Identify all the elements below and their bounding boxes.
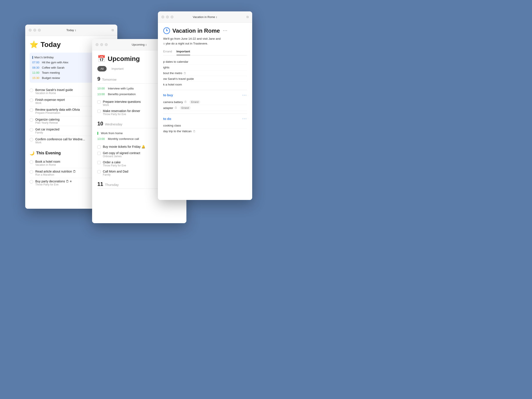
event-time: 13:00	[97, 91, 107, 97]
day-name-10: Wednesday	[105, 122, 122, 126]
task-name: Borrow Sarah's travel guide	[35, 88, 73, 92]
task-checkbox[interactable]	[97, 100, 101, 104]
today-title: Today ↕	[66, 28, 76, 32]
more-dots[interactable]: ···	[223, 28, 228, 33]
task-checkbox[interactable]	[30, 170, 33, 174]
vac-task-item: camera battery 🗒 Errand	[163, 99, 247, 105]
today-heading-text: Today	[41, 41, 61, 49]
minimize-button[interactable]	[100, 43, 103, 46]
task-text: p dates to calendar	[163, 60, 188, 63]
task-subtitle: Plan Yearly Retreat	[35, 121, 60, 124]
tab-errand[interactable]: Errand	[163, 50, 172, 55]
task-checkbox[interactable]	[30, 98, 33, 102]
birthday-text: Marc's birthday	[34, 55, 54, 60]
filter-all[interactable]: All	[97, 66, 107, 71]
task-text-group: Book a hotel room Vacation in Rome	[35, 160, 60, 166]
task-checkbox[interactable]	[30, 108, 33, 112]
task-name: Order a cake	[103, 160, 126, 164]
vacation-heading: Vacation in Rome ···	[163, 27, 247, 34]
task-checkbox[interactable]	[30, 128, 33, 132]
moon-icon: 🌙	[30, 151, 34, 156]
task-name: Finish expense report	[35, 98, 65, 101]
time-1530: 15:30	[32, 76, 41, 81]
note-icon: 🗒	[184, 100, 187, 103]
vac-task-item: cooking class	[163, 123, 247, 128]
task-text-group: Order a cake Throw Party for Eve	[103, 160, 126, 167]
copy-icon[interactable]: ⧉	[112, 28, 114, 32]
event-text: Work from home	[101, 130, 123, 136]
close-button[interactable]	[29, 29, 32, 32]
close-button[interactable]	[96, 43, 98, 46]
task-checkbox[interactable]	[30, 89, 33, 92]
task-text-group: Review quarterly data with Olivia Prepar…	[35, 108, 80, 114]
event-budget: Budget review	[42, 76, 60, 81]
filter-important[interactable]: Important	[108, 66, 127, 71]
time-0830: 08:30	[32, 65, 41, 70]
maximize-button[interactable]	[171, 16, 173, 19]
task-name: Read article about nutrition 🗒	[35, 170, 76, 173]
event-time: 10:00	[97, 86, 107, 91]
task-checkbox[interactable]	[97, 152, 101, 155]
clock-icon	[163, 27, 170, 34]
svg-point-1	[166, 30, 167, 31]
vacation-content: Vacation in Rome ··· We'll go from June …	[158, 23, 252, 200]
vacation-title: Vacation in Rome ↕	[193, 15, 217, 19]
day-number-9: 9	[97, 76, 100, 82]
task-checkbox[interactable]	[30, 138, 33, 141]
section-row-buy: to buy ···	[163, 93, 247, 97]
task-text-group: Prepare interview questions Work	[103, 100, 141, 107]
maximize-button[interactable]	[38, 29, 41, 32]
time-1100: 11:00	[32, 70, 41, 75]
task-text-group: Finish expense report Work	[35, 98, 65, 105]
minimize-button[interactable]	[33, 29, 36, 32]
task-text-group: Borrow Sarah's travel guide Vacation in …	[35, 88, 73, 95]
note-icon: 🗒	[175, 106, 177, 109]
vacation-description: We'll go from June 14-22 and visit Jane …	[163, 36, 247, 46]
task-checkbox[interactable]	[30, 180, 33, 184]
tag-errand: Errand	[190, 100, 200, 104]
task-checkbox[interactable]	[97, 110, 101, 113]
section-menu-do[interactable]: ···	[242, 116, 247, 121]
minimize-button[interactable]	[166, 16, 169, 19]
day-number-10: 10	[97, 120, 103, 127]
task-checkbox[interactable]	[97, 170, 101, 173]
task-text-group: Get copy of signed contract Onboard Jame…	[103, 151, 140, 158]
evening-heading-text: This Evening	[36, 151, 61, 155]
task-subtitle: Prepare Presentation	[35, 111, 80, 114]
event-time: 13:00	[97, 136, 107, 142]
maximize-button[interactable]	[105, 43, 108, 46]
event-text: Benefits presentation	[108, 91, 136, 97]
task-text: k a hotel room	[163, 83, 182, 86]
event-coffee: Coffee with Sarah	[42, 65, 64, 70]
task-name: Prepare interview questions	[103, 100, 141, 103]
vacation-titlebar: Vacation in Rome ↕ ⧉	[158, 11, 252, 23]
task-name: Review quarterly data with Olivia	[35, 108, 80, 111]
tab-important[interactable]: Important	[177, 50, 190, 55]
time-0700: 07:00	[32, 60, 41, 65]
section-row-do: to do ···	[163, 116, 247, 121]
task-name: Get copy of signed contract	[103, 151, 140, 155]
traffic-lights-vacation[interactable]	[161, 16, 173, 19]
vac-task-item: day trip to the Vatican 🗒	[163, 128, 247, 134]
vacation-heading-text: Vacation in Rome	[172, 27, 220, 34]
traffic-lights-today[interactable]	[29, 29, 41, 32]
vacation-tabs[interactable]: Errand Important	[163, 50, 247, 56]
task-checkbox[interactable]	[30, 118, 33, 122]
upcoming-heading-text: Upcoming	[108, 55, 140, 63]
copy-icon[interactable]: ⧉	[247, 15, 249, 19]
task-subtitle: Run a Marathon	[35, 173, 76, 176]
section-menu-buy[interactable]: ···	[242, 93, 247, 97]
traffic-lights-upcoming[interactable]	[96, 43, 108, 46]
task-checkbox[interactable]	[97, 161, 101, 164]
task-text-group: Organize catering Plan Yearly Retreat	[35, 118, 60, 124]
task-text: ights	[163, 66, 170, 69]
calendar-icon: 📅	[97, 55, 106, 63]
today-titlebar: Today ↕ ⧉	[25, 25, 117, 36]
task-checkbox[interactable]	[97, 145, 101, 149]
close-button[interactable]	[161, 16, 164, 19]
task-checkbox[interactable]	[30, 160, 33, 164]
vac-task-item: ow Sarah's travel guide	[163, 76, 247, 82]
vac-task-item: bout the metro 🗒	[163, 70, 247, 76]
vac-task-item: ights	[163, 65, 247, 70]
star-icon: ⭐	[30, 40, 38, 49]
